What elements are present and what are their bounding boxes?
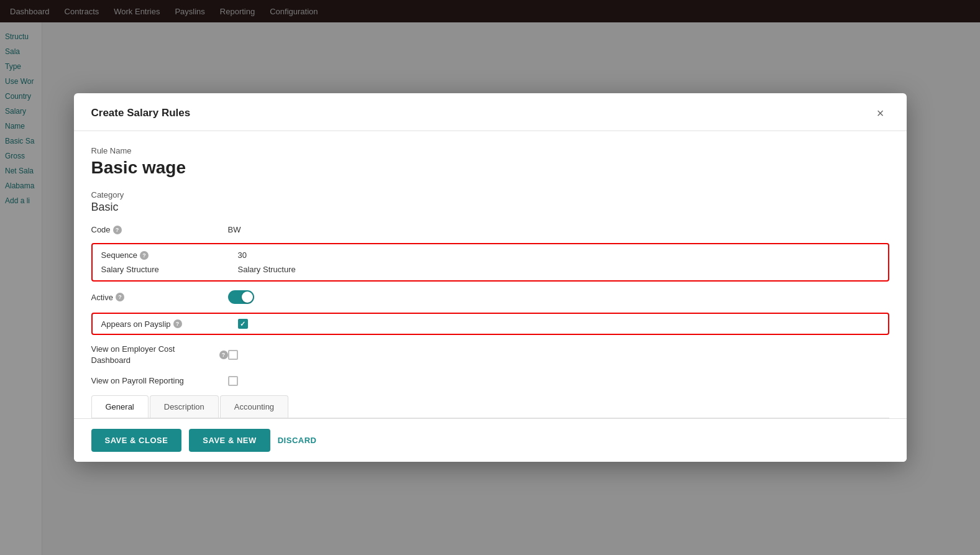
- modal-overlay: Create Salary Rules × Rule Name Basic wa…: [0, 0, 980, 555]
- payroll-reporting-checkbox-container: [228, 376, 889, 386]
- rule-name-group: Rule Name Basic wage: [91, 146, 889, 178]
- appears-on-payslip-highlight-box: Appears on Payslip ?: [91, 313, 889, 335]
- appears-on-payslip-checkbox-container: [238, 319, 879, 329]
- modal-body: Rule Name Basic wage Category Basic Code…: [74, 131, 907, 418]
- active-label: Active ?: [91, 293, 228, 302]
- save-new-button[interactable]: SAVE & NEW: [189, 429, 270, 452]
- sequence-label: Sequence ?: [101, 250, 238, 260]
- tab-description[interactable]: Description: [150, 395, 219, 418]
- salary-structure-label: Salary Structure: [101, 265, 238, 274]
- active-row: Active ?: [91, 290, 889, 304]
- rule-name-label: Rule Name: [91, 146, 889, 155]
- active-toggle-container: [228, 290, 889, 304]
- sequence-value: 30: [238, 250, 879, 260]
- appears-on-payslip-help-icon[interactable]: ?: [173, 319, 182, 328]
- employer-cost-row: View on Employer Cost Dashboard ?: [91, 344, 889, 366]
- rule-name-value: Basic wage: [91, 158, 889, 178]
- tabs-container: General Description Accounting: [91, 395, 889, 418]
- payroll-reporting-label: View on Payroll Reporting: [91, 375, 228, 387]
- discard-button[interactable]: DISCARD: [278, 436, 317, 445]
- tab-accounting[interactable]: Accounting: [220, 395, 288, 418]
- appears-on-payslip-label: Appears on Payslip ?: [101, 319, 238, 329]
- payroll-reporting-row: View on Payroll Reporting: [91, 375, 889, 387]
- code-row: Code ? BW: [91, 225, 889, 234]
- salary-structure-value: Salary Structure: [238, 265, 879, 274]
- category-value: Basic: [91, 201, 889, 214]
- payroll-reporting-checkbox[interactable]: [228, 376, 238, 386]
- employer-cost-checkbox-container: [228, 350, 889, 360]
- sequence-row: Sequence ? 30: [101, 250, 879, 260]
- active-toggle[interactable]: [228, 290, 254, 304]
- tab-general[interactable]: General: [91, 395, 149, 418]
- code-label: Code ?: [91, 225, 228, 234]
- employer-cost-label: View on Employer Cost Dashboard ?: [91, 344, 228, 366]
- code-help-icon[interactable]: ?: [113, 226, 122, 234]
- active-help-icon[interactable]: ?: [116, 293, 124, 301]
- modal-footer: SAVE & CLOSE SAVE & NEW DISCARD: [74, 418, 907, 462]
- employer-cost-help-icon[interactable]: ?: [219, 351, 228, 359]
- modal-close-button[interactable]: ×: [872, 104, 889, 122]
- code-value: BW: [228, 225, 889, 234]
- create-salary-rules-modal: Create Salary Rules × Rule Name Basic wa…: [74, 93, 907, 462]
- sequence-help-icon[interactable]: ?: [140, 251, 149, 260]
- toggle-knob: [242, 291, 253, 303]
- save-close-button[interactable]: SAVE & CLOSE: [91, 429, 182, 452]
- category-group: Category Basic: [91, 190, 889, 214]
- modal-title: Create Salary Rules: [91, 107, 191, 119]
- sequence-salary-highlight-box: Sequence ? 30 Salary Structure Salary St…: [91, 243, 889, 282]
- employer-cost-checkbox[interactable]: [228, 350, 238, 360]
- modal-header: Create Salary Rules ×: [74, 93, 907, 131]
- category-label: Category: [91, 190, 889, 200]
- appears-on-payslip-checkbox[interactable]: [238, 319, 248, 329]
- salary-structure-row: Salary Structure Salary Structure: [101, 265, 879, 274]
